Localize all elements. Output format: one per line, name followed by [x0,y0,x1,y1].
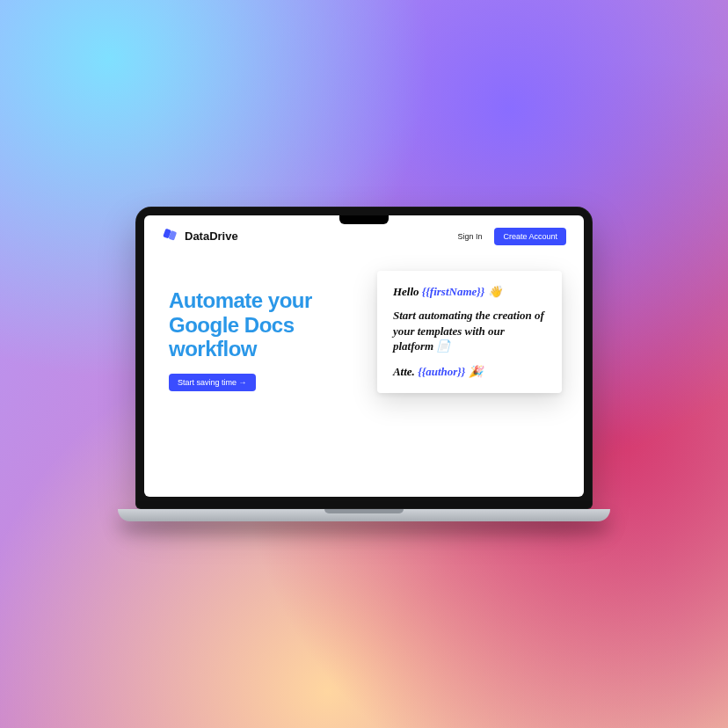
create-account-button[interactable]: Create Account [494,228,566,245]
hero-section: Automate your Google Docs workflow Start… [144,253,584,497]
greeting-prefix: Hello [393,285,422,298]
sign-in-link[interactable]: Sign In [452,229,487,244]
laptop-base [118,509,610,521]
wave-emoji-icon: 👋 [484,285,501,298]
party-emoji-icon: 🎉 [465,365,482,378]
landing-page: DataDrive Sign In Create Account Automat… [144,215,584,497]
hero-right: Hello {{firstName}} 👋 Start automating t… [377,288,566,497]
card-body-text: Start automating the creation of your te… [393,308,546,354]
hero-headline: Automate your Google Docs workflow [169,288,360,361]
brand-name: DataDrive [185,229,238,243]
laptop-screen: DataDrive Sign In Create Account Automat… [144,215,584,497]
gradient-background: DataDrive Sign In Create Account Automat… [0,0,728,728]
card-signoff: Atte. {{author}} 🎉 [393,365,546,379]
signoff-prefix: Atte. [393,365,418,378]
logo-icon [162,226,179,246]
laptop-lid: DataDrive Sign In Create Account Automat… [135,207,593,509]
laptop-notch [339,215,389,224]
signoff-variable: {{author}} [418,365,465,378]
brand-logo[interactable]: DataDrive [162,226,238,246]
laptop-mockup: DataDrive Sign In Create Account Automat… [135,207,593,521]
greeting-variable: {{firstName}} [422,285,485,298]
cta-button[interactable]: Start saving time → [169,374,256,391]
template-preview-card: Hello {{firstName}} 👋 Start automating t… [377,271,562,393]
card-greeting: Hello {{firstName}} 👋 [393,285,546,299]
hero-left: Automate your Google Docs workflow Start… [169,288,360,497]
